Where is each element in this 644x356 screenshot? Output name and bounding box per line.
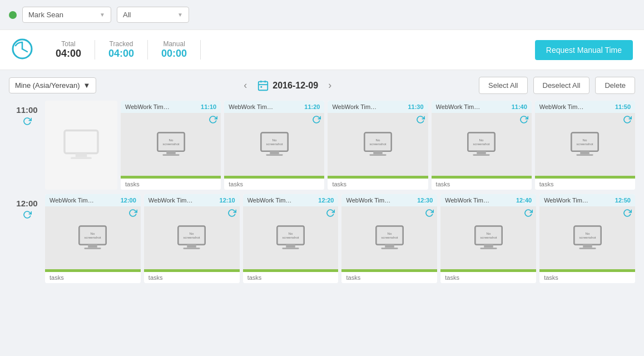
svg-text:No: No <box>585 231 589 235</box>
svg-rect-18 <box>266 154 283 156</box>
svg-text:No: No <box>583 137 587 141</box>
delete-button[interactable]: Delete <box>595 77 635 94</box>
svg-text:No: No <box>169 137 173 141</box>
reload-icon[interactable] <box>524 209 533 219</box>
card-header: WebWork Time Tr... 12:00 <box>45 194 141 206</box>
chevron-down-icon: ▼ <box>83 81 91 90</box>
stats-icon <box>11 38 33 62</box>
card-task: tasks <box>45 272 141 283</box>
card-timestamp: 11:20 <box>304 103 320 110</box>
card-body: No screenshot <box>328 113 428 176</box>
screenshot-card[interactable]: WebWork Time Tr... 11:30 No screenshot t… <box>328 101 428 190</box>
card-task: tasks <box>224 179 324 190</box>
card-timestamp: 11:10 <box>201 103 216 110</box>
screenshot-card[interactable]: WebWork Time Tr... 12:50 No screenshot t… <box>539 194 635 283</box>
timezone-label: Mine (Asia/Yerevan) <box>15 81 80 90</box>
card-body: No screenshot <box>144 206 240 269</box>
svg-rect-60 <box>381 248 398 249</box>
reload-icon[interactable] <box>227 209 236 219</box>
svg-text:screenshot: screenshot <box>162 142 179 146</box>
screenshot-card[interactable]: WebWork Time Tr... 12:10 No screenshot t… <box>144 194 240 283</box>
current-date: 2016-12-09 <box>273 81 318 91</box>
request-manual-time-button[interactable]: Request Manual Time <box>535 40 633 60</box>
card-header: WebWork Time Tr... 11:20 <box>224 101 324 113</box>
reload-icon[interactable] <box>519 115 528 126</box>
screenshot-card[interactable]: WebWork Time Tr... 12:20 No screenshot t… <box>243 194 339 283</box>
reload-icon[interactable] <box>312 115 321 126</box>
time-label: 12:00 <box>16 199 37 208</box>
app-name: WebWork Time Tr... <box>539 103 584 110</box>
reload-icon[interactable] <box>416 115 425 126</box>
svg-text:screenshot: screenshot <box>579 235 596 239</box>
time-label-col: 11:00 <box>9 101 45 128</box>
svg-text:No: No <box>272 137 276 141</box>
card-task: tasks <box>535 179 635 190</box>
svg-text:screenshot: screenshot <box>85 235 101 239</box>
svg-rect-23 <box>373 151 382 154</box>
select-all-button[interactable]: Select All <box>479 77 527 94</box>
screenshot-card[interactable]: WebWork Time Tr... 11:10 No screenshot t… <box>121 101 221 190</box>
card-header: WebWork Time Tr... 11:40 <box>432 101 532 113</box>
svg-text:screenshot: screenshot <box>369 142 386 146</box>
total-label: Total <box>56 40 81 48</box>
time-rows: 11:00 WebWork Time Tr... 11:10 No screen… <box>9 101 635 288</box>
no-screenshot: No screenshot <box>77 225 108 251</box>
reload-icon[interactable] <box>23 117 32 128</box>
svg-rect-71 <box>583 244 592 247</box>
timezone-dropdown[interactable]: Mine (Asia/Yerevan) ▼ <box>9 77 96 93</box>
app-name: WebWork Time Tr... <box>125 103 170 110</box>
svg-text:No: No <box>387 231 392 235</box>
next-date-button[interactable]: › <box>324 77 336 93</box>
reload-icon[interactable] <box>326 209 335 219</box>
svg-rect-24 <box>369 154 386 156</box>
reload-icon[interactable] <box>23 210 32 221</box>
svg-text:No: No <box>289 231 293 235</box>
tracked-label: Tracked <box>108 40 134 48</box>
screenshot-card[interactable]: WebWork Time Tr... 12:00 No screenshot t… <box>45 194 141 283</box>
time-label: 11:00 <box>16 105 37 115</box>
deselect-all-button[interactable]: Deselect All <box>533 77 590 94</box>
no-screenshot: No screenshot <box>259 131 290 158</box>
card-task: tasks <box>341 272 437 283</box>
app-name: WebWork Time Tr... <box>148 197 193 204</box>
card-timestamp: 12:20 <box>318 197 334 204</box>
card-body: No screenshot <box>45 206 141 269</box>
prev-date-button[interactable]: ‹ <box>239 77 251 93</box>
screenshot-card[interactable]: WebWork Time Tr... 12:30 No screenshot t… <box>341 194 437 283</box>
chevron-down-icon: ▼ <box>100 12 105 18</box>
svg-rect-30 <box>473 154 490 156</box>
card-header: WebWork Time Tr... 12:40 <box>440 194 536 206</box>
screenshot-card[interactable]: WebWork Time Tr... 12:40 No screenshot t… <box>440 194 536 283</box>
stat-total: Total 04:00 <box>42 40 95 60</box>
main-content: 11:00 WebWork Time Tr... 11:10 No screen… <box>0 101 644 296</box>
screenshot-card[interactable]: WebWork Time Tr... 11:50 No screenshot t… <box>535 101 635 190</box>
card-task: tasks <box>440 272 536 283</box>
user-dropdown[interactable]: Mark Sean ▼ <box>22 7 111 23</box>
card-task: tasks <box>144 272 240 283</box>
card-header: WebWork Time Tr... 12:10 <box>144 194 240 206</box>
card-body: No screenshot <box>432 113 532 176</box>
reload-icon[interactable] <box>128 209 137 219</box>
svg-text:screenshot: screenshot <box>480 235 497 239</box>
reload-icon[interactable] <box>623 115 632 126</box>
card-body: No screenshot <box>539 206 635 269</box>
svg-text:No: No <box>479 137 484 141</box>
reload-icon[interactable] <box>425 209 434 219</box>
total-value: 04:00 <box>56 48 81 60</box>
svg-text:No: No <box>91 231 95 235</box>
filter-dropdown[interactable]: All ▼ <box>117 7 189 23</box>
card-header: WebWork Time Tr... 12:30 <box>341 194 437 206</box>
no-screenshot: No screenshot <box>466 131 497 158</box>
reload-icon[interactable] <box>209 115 217 126</box>
calendar-bar: Mine (Asia/Yerevan) ▼ ‹ 2016-12-09 › Sel… <box>0 70 644 101</box>
reload-icon[interactable] <box>623 209 632 219</box>
screenshot-card[interactable]: WebWork Time Tr... 11:40 No screenshot t… <box>432 101 532 190</box>
svg-rect-59 <box>385 244 394 247</box>
screenshot-grid: WebWork Time Tr... 12:00 No screenshot t… <box>45 194 635 283</box>
svg-rect-72 <box>579 248 596 249</box>
card-header: WebWork Time Tr... 12:20 <box>243 194 339 206</box>
svg-rect-48 <box>184 248 200 249</box>
screenshot-card[interactable]: WebWork Time Tr... 11:20 No screenshot t… <box>224 101 324 190</box>
no-screenshot: No screenshot <box>156 131 186 158</box>
card-timestamp: 12:00 <box>121 197 136 204</box>
